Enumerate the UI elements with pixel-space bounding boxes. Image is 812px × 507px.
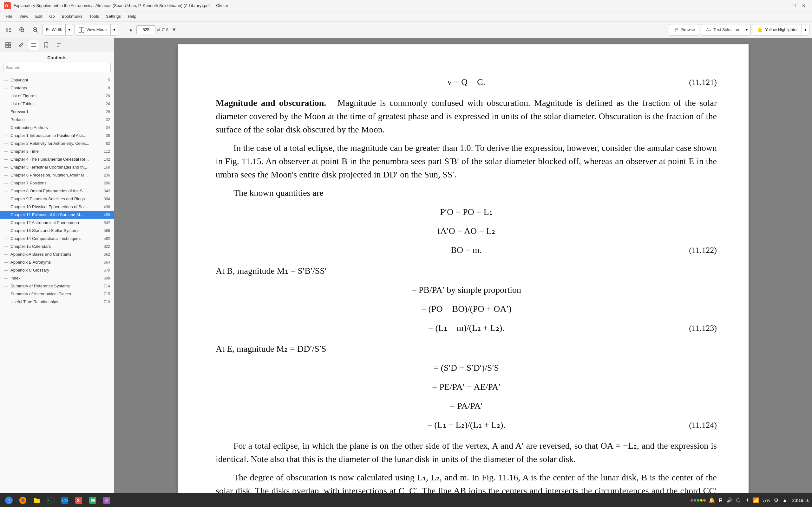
sidebar-tab-toc[interactable] — [28, 40, 39, 50]
taskbar-app-files[interactable] — [31, 495, 43, 506]
highlighter-dropdown[interactable]: ▾ — [802, 24, 809, 35]
minimize-button[interactable]: — — [779, 2, 788, 9]
svg-rect-23 — [9, 45, 11, 48]
toc-item[interactable]: — Index 698 — [0, 274, 114, 282]
taskbar-app-vscode[interactable]: </> — [58, 495, 71, 506]
text-selection-icon: A — [705, 26, 711, 33]
highlighter-icon — [757, 26, 763, 33]
sidebar-tab-bookmarks[interactable] — [41, 40, 52, 50]
fit-width-button[interactable]: Fit Width — [43, 24, 65, 35]
taskbar-app-firefox[interactable] — [16, 495, 29, 506]
toc-item[interactable]: — Contributing Authors 34 — [0, 124, 114, 131]
page-number-input[interactable] — [136, 25, 155, 34]
toc-dash: — — [4, 299, 8, 304]
toc-item[interactable]: — Useful Time Relationships 716 — [0, 298, 114, 306]
menu-file[interactable]: File — [3, 13, 15, 20]
volume-icon[interactable]: 🔊 — [726, 497, 733, 504]
wifi-icon[interactable]: 📶 — [753, 497, 760, 504]
view-mode-dropdown[interactable]: ▾ — [110, 24, 118, 35]
sidebar-toggle-button[interactable] — [3, 24, 14, 36]
toc-item[interactable]: — Chapter 8 Orbital Ephemerides of the S… — [0, 187, 114, 195]
sidebar-tab-layers[interactable] — [53, 40, 65, 50]
menu-edit[interactable]: Edit — [32, 13, 45, 20]
toc-item[interactable]: — List of Figures 20 — [0, 92, 114, 100]
pdf-area[interactable]: v = Q − C. (11.121) Magnitude and obscur… — [114, 38, 812, 493]
toc-item[interactable]: — Preface 32 — [0, 116, 114, 124]
toc-item[interactable]: — Appendix A Bases and Constants 662 — [0, 250, 114, 258]
view-mode-button[interactable]: View Mode — [75, 24, 110, 35]
toc-item[interactable]: — Appendix C Glossary 670 — [0, 266, 114, 274]
toc-item[interactable]: — List of Tables 24 — [0, 100, 114, 108]
menu-bookmarks[interactable]: Bookmarks — [59, 13, 86, 20]
eq-b2: = (PO − BO)/(PO + OA′) — [216, 302, 717, 316]
toc-item[interactable]: — Chapter 4 The Fundamental Celestial Re… — [0, 155, 114, 163]
toc-item[interactable]: — Foreword 28 — [0, 108, 114, 116]
taskbar-settings-icon[interactable]: ⚙ — [773, 497, 780, 504]
svg-text:⋮: ⋮ — [7, 498, 11, 503]
screen-icon[interactable]: 🖥 — [717, 497, 724, 504]
brightness-icon[interactable]: ☀ — [744, 497, 751, 504]
toc-item[interactable]: — Contents 8 — [0, 84, 114, 92]
notifications-icon[interactable]: 🔔 — [708, 497, 715, 504]
toc-item[interactable]: — Summary of Reference Systems 714 — [0, 282, 114, 290]
toc-item[interactable]: — Chapter 3 Time 112 — [0, 147, 114, 155]
restore-button[interactable]: ❐ — [789, 2, 798, 9]
svg-point-45 — [105, 498, 108, 502]
text-selection-button[interactable]: A Text Selection — [701, 24, 743, 35]
search-input[interactable] — [3, 63, 111, 72]
equation-ao: fA′O = AO = L₂ — [216, 224, 717, 238]
toc-dash: — — [4, 149, 8, 154]
toc-item[interactable]: — Appendix B Acronyms 664 — [0, 258, 114, 266]
prev-page-button[interactable]: ▲ — [126, 25, 135, 34]
toc-page: 34 — [106, 125, 110, 130]
zoom-out-button[interactable] — [29, 24, 41, 36]
toc-item[interactable]: — Chapter 2 Relativity for Astrometry, C… — [0, 139, 114, 147]
sidebar-tab-annotations[interactable] — [15, 40, 27, 50]
toc-item[interactable]: — Chapter 1 Introduction to Positional A… — [0, 131, 114, 139]
eq-b3-number: (11.123) — [689, 322, 717, 334]
toc-item[interactable]: — Chapter 12 Astronomical Phenomena 542 — [0, 219, 114, 227]
toc-label: Chapter 15 Calendars — [10, 244, 101, 249]
next-page-button[interactable]: ▼ — [170, 25, 179, 34]
toc-item[interactable]: — Chapter 15 Calendars 622 — [0, 242, 114, 250]
toc-item[interactable]: — Summary of Astronomical Places 715 — [0, 290, 114, 298]
toc-item[interactable]: — Chapter 9 Planetary Satellites and Rin… — [0, 195, 114, 203]
menu-tools[interactable]: Tools — [86, 13, 102, 20]
highlighter-button[interactable]: Yellow Highlighter — [753, 24, 802, 35]
menu-go[interactable]: Go — [46, 13, 58, 20]
toc-label: Chapter 9 Planetary Satellites and Rings — [10, 196, 101, 201]
taskbar-app-unknown2[interactable]: 📖 — [86, 495, 99, 506]
menu-help[interactable]: Help — [125, 13, 140, 20]
taskbar-arrow-up-icon[interactable]: ▲ — [781, 497, 789, 504]
browse-button[interactable]: Browse — [669, 24, 699, 35]
toc-item[interactable]: — Chapter 14 Computational Techniques 59… — [0, 234, 114, 242]
toc-item[interactable]: — Chapter 10 Physical Ephemerides of Sol… — [0, 203, 114, 211]
toc-list: — Copyright 5 — Contents 8 — List of Fig… — [0, 75, 114, 493]
title-bar: O Explanatory Supplement to the Astronom… — [0, 0, 812, 11]
toc-item[interactable]: — Chapter 5 Terrestrial Coordinates and … — [0, 163, 114, 171]
fit-width-dropdown[interactable]: ▾ — [65, 24, 73, 35]
toc-item[interactable]: — Copyright 5 — [0, 76, 114, 84]
toc-item[interactable]: — Chapter 7 Positions 286 — [0, 179, 114, 187]
clock[interactable]: 23:19:16 — [792, 498, 810, 503]
toc-label: Chapter 10 Physical Ephemerides of Sol..… — [10, 205, 101, 209]
zoom-in-button[interactable] — [16, 24, 28, 36]
toc-item[interactable]: — Chapter 6 Precession, Nutation, Polar … — [0, 171, 114, 179]
toc-label: Chapter 3 Time — [10, 149, 101, 154]
eq-121-content: v = Q − C. — [447, 77, 485, 87]
toc-page: 715 — [104, 292, 110, 296]
taskbar-app-unknown3[interactable] — [100, 495, 113, 506]
text-selection-dropdown[interactable]: ▾ — [743, 24, 751, 35]
sidebar-tab-thumbnails[interactable] — [3, 40, 14, 50]
bluetooth-icon[interactable]: ⬡ — [735, 497, 742, 504]
menu-view[interactable]: View — [16, 13, 32, 20]
taskbar-app-launcher[interactable]: ⋮ — [3, 495, 15, 506]
toc-item[interactable]: — Chapter 13 Stars and Stellar Systems 5… — [0, 227, 114, 234]
toc-dash: — — [4, 291, 8, 296]
taskbar-app-unknown1[interactable]: X — [72, 495, 85, 506]
taskbar-app-terminal[interactable]: >_ — [44, 495, 57, 506]
toc-item[interactable]: — Chapter 11 Eclipses of the Sun and M..… — [0, 211, 114, 219]
close-button[interactable]: ✕ — [799, 2, 808, 9]
highlighter-control: Yellow Highlighter ▾ — [753, 24, 809, 36]
menu-settings[interactable]: Settings — [103, 13, 124, 20]
